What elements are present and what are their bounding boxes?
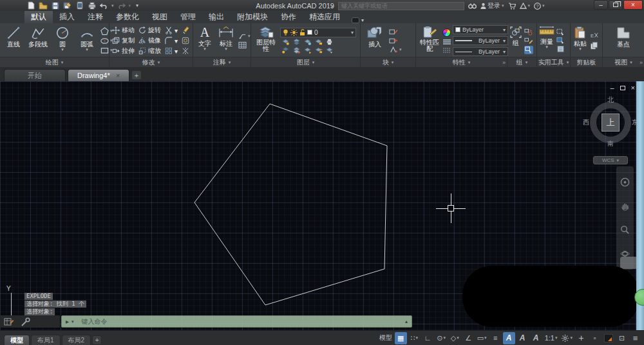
- undo-dropdown-icon[interactable]: ▾: [111, 3, 114, 8]
- tab-collaborate[interactable]: 协作: [274, 11, 303, 23]
- panel-label-clipboard[interactable]: 剪贴板: [571, 57, 602, 67]
- sign-in-button[interactable]: 登录 ▾: [480, 1, 504, 10]
- nav-pan-icon[interactable]: [620, 201, 630, 211]
- array-button[interactable]: ▾: [164, 47, 178, 55]
- file-tab-close-icon[interactable]: ×: [116, 72, 120, 79]
- clean-screen-button[interactable]: ⊡: [616, 332, 628, 344]
- pentagon[interactable]: [194, 104, 387, 305]
- help-icon[interactable]: ? ▾: [534, 3, 545, 10]
- polyline-button[interactable]: 多段线: [26, 25, 50, 57]
- object-color-dropdown[interactable]: ByLayer ▾: [453, 25, 508, 34]
- select-window-icon[interactable]: [556, 28, 565, 36]
- doc-minimize-icon[interactable]: –: [610, 84, 614, 92]
- select-all-icon[interactable]: [556, 37, 565, 44]
- block-create-tool[interactable]: [388, 37, 402, 44]
- offset-button[interactable]: [181, 37, 190, 44]
- tab-addins[interactable]: 附加模块: [231, 11, 274, 23]
- object-snap-toggle[interactable]: ▭▾: [476, 332, 488, 344]
- move-button[interactable]: 移动: [111, 26, 135, 35]
- mirror-button[interactable]: 镜像: [138, 36, 162, 45]
- viewcube-west[interactable]: 西: [583, 118, 589, 127]
- layer-off-tool[interactable]: [281, 38, 290, 46]
- layer-prev-tool[interactable]: [303, 46, 312, 54]
- nav-showmotion-button[interactable]: [620, 257, 638, 269]
- minimize-button[interactable]: –: [594, 0, 608, 10]
- plot-icon[interactable]: [87, 1, 97, 10]
- annotation-autoscale-toggle[interactable]: A: [516, 332, 529, 344]
- copy-clip-icon[interactable]: [590, 41, 598, 50]
- rotate-button[interactable]: 旋转: [138, 26, 162, 35]
- block-attributes-tool[interactable]: ▾: [388, 46, 402, 54]
- layer-lock-tool[interactable]: [314, 38, 323, 46]
- view-expand-icon[interactable]: »: [639, 59, 643, 66]
- snap-toggle[interactable]: ∷▾: [408, 332, 421, 344]
- recent-commands-dropdown[interactable]: ▾: [71, 319, 74, 324]
- tab-home[interactable]: 默认: [24, 11, 53, 23]
- group-edit-icon[interactable]: [524, 37, 533, 45]
- panel-label-utilities[interactable]: 实用工具▾: [537, 57, 570, 67]
- erase-button[interactable]: [181, 26, 190, 34]
- panel-label-block[interactable]: 块▾: [361, 57, 415, 67]
- color-wheel-icon[interactable]: [442, 28, 451, 37]
- restore-button[interactable]: [609, 0, 623, 10]
- quick-properties-toggle[interactable]: ▫: [589, 332, 601, 344]
- customization-menu-button[interactable]: ≡: [629, 332, 641, 344]
- new-layout-button[interactable]: +: [92, 335, 102, 345]
- layout-tab-model[interactable]: 模型: [4, 335, 30, 345]
- redo-icon[interactable]: [117, 1, 126, 10]
- transparency-icon[interactable]: [442, 39, 451, 45]
- app-store-cart-icon[interactable]: [508, 3, 516, 10]
- tab-output[interactable]: 输出: [202, 11, 231, 23]
- tab-view[interactable]: 视图: [146, 11, 174, 23]
- save-as-icon[interactable]: [62, 1, 72, 10]
- ortho-toggle[interactable]: ∟: [422, 332, 434, 344]
- polar-tracking-toggle[interactable]: ⊙▾: [435, 332, 448, 344]
- properties-expand-icon[interactable]: »: [502, 59, 506, 66]
- model-space-button[interactable]: 模型: [378, 332, 393, 344]
- nav-zoom-icon[interactable]: [620, 225, 630, 235]
- dimension-button[interactable]: 标注 ▾: [216, 25, 236, 57]
- arc-button[interactable]: 圆弧 ▾: [75, 25, 99, 57]
- layer-unlock-tool[interactable]: [314, 46, 323, 54]
- copy-button[interactable]: 复制: [111, 36, 135, 45]
- file-tab-start[interactable]: 开始: [4, 69, 66, 81]
- command-input-bar[interactable]: ▸ ▾ 键入命令 ▴: [61, 315, 412, 328]
- line-button[interactable]: 直线: [2, 25, 25, 57]
- search-binoculars-icon[interactable]: [468, 3, 477, 9]
- new-file-icon[interactable]: [26, 1, 35, 10]
- text-button[interactable]: A 文字 ▾: [195, 25, 214, 57]
- isodraft-toggle[interactable]: ◇▾: [449, 332, 461, 344]
- annotation-scale-button[interactable]: 1:1▾: [544, 332, 559, 344]
- command-customize-icon[interactable]: [4, 317, 14, 326]
- wcs-dropdown[interactable]: WCS ▾: [593, 156, 628, 164]
- viewcube-top-face[interactable]: 上: [601, 113, 620, 132]
- drawing-canvas[interactable]: – × 北 南 西 东 上 WCS ▾ Y X: [0, 81, 644, 330]
- tab-insert[interactable]: 插入: [53, 11, 81, 23]
- layer-dropdown[interactable]: 0 ▾: [280, 28, 356, 37]
- ribbon-display-toggle[interactable]: ▾: [352, 17, 364, 23]
- tab-featured-apps[interactable]: 精选应用: [303, 11, 346, 23]
- save-icon[interactable]: [50, 1, 60, 10]
- stretch-button[interactable]: 拉伸: [111, 46, 135, 55]
- layer-make-current-tool[interactable]: [281, 46, 290, 54]
- annotation-visibility-toggle[interactable]: A: [503, 332, 515, 344]
- insert-block-button[interactable]: 插入: [363, 25, 387, 57]
- circle-button[interactable]: 圆 ▾: [51, 25, 74, 57]
- tab-annotate[interactable]: 注释: [81, 11, 109, 23]
- qat-customize-icon[interactable]: ▾: [136, 3, 138, 8]
- panel-label-view[interactable]: 视图▾ »: [603, 57, 644, 67]
- grid-toggle[interactable]: ▦: [395, 332, 407, 344]
- viewcube-north[interactable]: 北: [607, 95, 614, 104]
- layer-freeze-tool[interactable]: [303, 38, 312, 46]
- panel-label-annotate[interactable]: 注释▾: [193, 57, 251, 67]
- explode-button[interactable]: [181, 47, 190, 55]
- web-mobile-icon[interactable]: [75, 1, 84, 10]
- quick-calc-icon[interactable]: [556, 45, 565, 53]
- block-edit-tool[interactable]: [388, 28, 402, 35]
- paste-button[interactable]: 粘贴 ▾: [572, 25, 589, 57]
- tab-manage[interactable]: 管理: [174, 11, 202, 23]
- command-expand-icon[interactable]: ▴: [405, 319, 408, 324]
- new-drawing-tab-button[interactable]: +: [131, 70, 142, 80]
- exchange-apps-icon[interactable]: ▾: [520, 3, 531, 9]
- file-tab-drawing4[interactable]: Drawing4* ×: [68, 69, 129, 81]
